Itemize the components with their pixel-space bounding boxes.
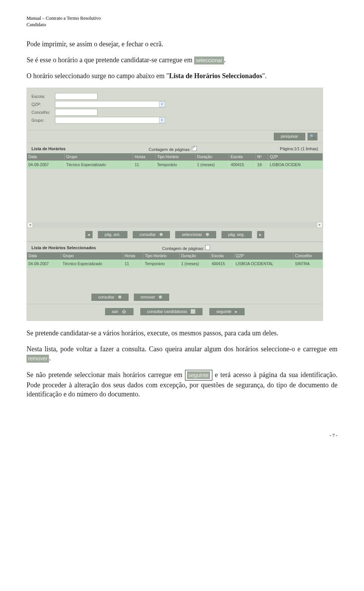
paragraph-3: O horário seleccionado surge no campo ab… <box>27 71 337 80</box>
list1-c-tipo: Temporário <box>155 160 196 169</box>
list1-h-qzp: QZP <box>268 153 323 160</box>
paragraph-2-tail: . <box>224 56 226 64</box>
list1-h-no: Nº <box>256 153 268 160</box>
paragraph-5: Nesta lista, pode voltar a fazer a consu… <box>27 344 337 363</box>
list2-c-duracao: 1 (meses) <box>179 259 210 268</box>
filter-qzp-select[interactable]: ▾ <box>55 101 166 108</box>
triangle-right-icon: ▸ <box>259 232 262 237</box>
consultar-button[interactable]: consultar <box>133 231 170 238</box>
paragraph-5-b: . <box>49 354 51 362</box>
doc-header: Manual – Contrato a Termo Resolutivo Can… <box>27 15 337 28</box>
list2-h-concelho: Concelho <box>293 252 323 259</box>
list1-table: Data Grupo Horas Tipo Horário Duração Es… <box>27 153 323 169</box>
list2-row[interactable]: 04-09-2007 Técnico Especializado 11 Temp… <box>27 259 323 268</box>
list2-h-horas: Horas <box>123 252 143 259</box>
list2-nav-buttons: consultar remover <box>27 291 323 304</box>
search-filters: Escola: QZP: ▾ Concelho: Grupo: ▾ <box>27 88 323 130</box>
paragraph-3-b: Lista de Horários <box>169 72 220 80</box>
list1-c-no: 18 <box>256 160 268 169</box>
list2-contagem-checkbox[interactable] <box>205 245 210 250</box>
bottom-button-bar: sair ⏻ consultar candidaturas seguinte ▸ <box>27 304 323 321</box>
list1-header-bar: Lista de Horários Contagem de páginas: P… <box>27 143 323 153</box>
consultar-cand-label: consultar candidaturas <box>147 309 187 314</box>
list1-c-data: 04-09-2007 <box>27 160 64 169</box>
paragraph-3-c: Seleccionados <box>222 72 262 80</box>
doc-header-line2: Candidato <box>27 22 46 27</box>
dot-icon <box>160 233 163 236</box>
list2-c-tipo: Temporário <box>143 259 180 268</box>
paragraph-2-text: Se é esse o horário a que pretende candi… <box>27 56 194 64</box>
scroll-right-icon[interactable]: ▸ <box>317 222 323 228</box>
chevron-down-icon: ▾ <box>159 118 165 123</box>
list2-h-grupo: Grupo <box>61 252 123 259</box>
pag-seg-label: pág. seg. <box>228 232 245 237</box>
chevron-down-icon: ▾ <box>159 102 165 107</box>
search-icon-button[interactable]: 🔍 <box>308 133 317 140</box>
sair-button[interactable]: sair ⏻ <box>105 308 133 315</box>
consultar2-button[interactable]: consultar <box>91 294 129 301</box>
filter-qzp-label: QZP: <box>31 102 55 107</box>
consultar2-label: consultar <box>98 295 115 299</box>
paragraph-6: Se não pretende seleccionar mais horário… <box>27 370 337 399</box>
filter-escola-input[interactable] <box>55 93 97 100</box>
scroll-left-icon[interactable]: ◂ <box>27 222 33 228</box>
list1-h-data: Data <box>27 153 64 160</box>
list2-header-row: Data Grupo Horas Tipo Horário Duração Es… <box>27 252 323 259</box>
list1-c-grupo: Técnico Especializado <box>64 160 133 169</box>
app-screenshot: Escola: QZP: ▾ Concelho: Grupo: ▾ pesqui… <box>27 88 323 321</box>
list2-h-data: Data <box>27 252 61 259</box>
list1-contagem: Contagem de páginas: <box>149 146 197 152</box>
list1-c-duracao: 1 (meses) <box>195 160 229 169</box>
list1-h-escola: Escola <box>229 153 256 160</box>
dot-icon <box>118 296 121 299</box>
triangle-right-icon: ▸ <box>235 309 237 314</box>
paragraph-1: Pode imprimir, se assim o desejar, e fec… <box>27 39 337 49</box>
list1-c-horas: 11 <box>133 160 155 169</box>
pag-seg-arrow[interactable]: ▸ <box>257 231 264 238</box>
pag-ant-arrow[interactable]: ◂ <box>85 231 93 238</box>
pag-seg-button[interactable]: pág. seg. <box>221 231 252 238</box>
list2-c-data: 04-09-2007 <box>27 259 61 268</box>
list1-nav-buttons: ◂ pág. ant. consultar seleccionar pág. s… <box>27 228 323 242</box>
remover-button[interactable]: remover <box>134 294 169 301</box>
list1-contagem-checkbox[interactable] <box>192 146 197 151</box>
list1-pageinfo: Página:1/1 (1 linhas) <box>280 146 318 151</box>
filter-grupo-label: Grupo: <box>31 118 55 123</box>
list2-h-tipo: Tipo Horário <box>143 252 180 259</box>
list1-header-row: Data Grupo Horas Tipo Horário Duração Es… <box>27 153 323 160</box>
seleccionar-button[interactable]: seleccionar <box>175 231 216 238</box>
list1-h-duracao: Duração <box>195 153 229 160</box>
inline-button-remover: remover <box>27 355 49 363</box>
consultar-label: consultar <box>140 232 156 237</box>
list1-contagem-label: Contagem de páginas: <box>149 147 191 152</box>
list2-empty-area <box>27 268 323 291</box>
list2-c-horas: 11 <box>123 259 143 268</box>
filter-concelho-label: Concelho: <box>31 110 55 115</box>
dot-icon <box>206 233 209 236</box>
filter-concelho-row: Concelho: <box>31 109 318 116</box>
filter-escola-row: Escola: <box>31 93 318 100</box>
list1-scrollbar[interactable]: ◂ ▸ <box>27 222 323 228</box>
filter-grupo-select[interactable]: ▾ <box>55 117 166 124</box>
pag-ant-label: pág. ant. <box>105 232 120 237</box>
list2-title: Lista de Horários Seleccionados <box>31 245 96 250</box>
paragraph-3-a: O horário seleccionado surge no campo ab… <box>27 72 169 80</box>
list2-c-grupo: Técnico Especializado <box>61 259 123 268</box>
filter-concelho-input[interactable] <box>55 109 97 116</box>
pesquisar-button[interactable]: pesquisar <box>274 133 305 140</box>
seguinte-button[interactable]: seguinte ▸ <box>209 308 245 315</box>
list2-h-duracao: Duração <box>179 252 210 259</box>
pag-ant-button[interactable]: pág. ant. <box>98 231 127 238</box>
download-icon <box>191 309 195 314</box>
filter-escola-label: Escola: <box>31 94 55 99</box>
list1-row[interactable]: 04-09-2007 Técnico Especializado 11 Temp… <box>27 160 323 169</box>
list2-h-escola: Escola <box>210 252 234 259</box>
search-button-bar: pesquisar 🔍 <box>27 130 323 143</box>
paragraph-6-a: Se não pretende seleccionar mais horário… <box>27 371 185 379</box>
paragraph-5-a: Nesta lista, pode voltar a fazer a consu… <box>27 345 337 353</box>
list2-header-bar: Lista de Horários Seleccionados Contagem… <box>27 242 323 252</box>
consultar-candidaturas-button[interactable]: consultar candidaturas <box>140 308 203 315</box>
seleccionar-label: seleccionar <box>182 232 202 237</box>
inline-button-seleccionar: seleccionar <box>194 57 224 64</box>
remover-label: remover <box>141 295 155 299</box>
